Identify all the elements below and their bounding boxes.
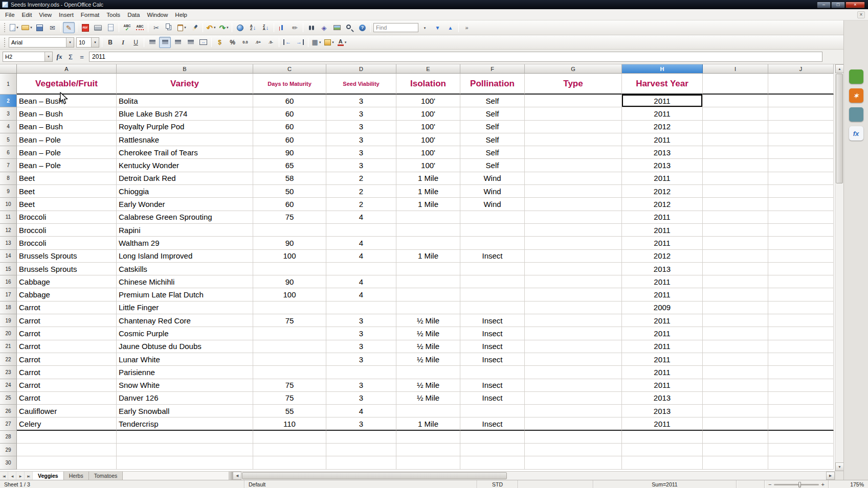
- cell[interactable]: Bean – Pole: [17, 146, 117, 159]
- cell[interactable]: 100: [253, 250, 326, 263]
- scroll-left-icon[interactable]: ◀: [233, 472, 241, 480]
- navigator-icon[interactable]: ◈: [318, 22, 330, 33]
- delete-decimal-icon[interactable]: .0-: [265, 37, 277, 48]
- cell[interactable]: Snow White: [117, 379, 253, 392]
- cell[interactable]: [525, 340, 622, 353]
- cell[interactable]: [768, 417, 834, 430]
- cell[interactable]: 2013: [622, 146, 703, 159]
- help-icon[interactable]: ?: [357, 22, 368, 33]
- cell[interactable]: 3: [326, 107, 396, 120]
- cell[interactable]: Self: [460, 107, 525, 120]
- cell[interactable]: 60: [253, 121, 326, 133]
- cell[interactable]: [396, 444, 460, 456]
- cell[interactable]: [768, 405, 834, 417]
- close-button[interactable]: ×: [845, 2, 865, 8]
- cell[interactable]: [768, 198, 834, 211]
- cell[interactable]: [396, 301, 460, 314]
- cell[interactable]: [525, 405, 622, 417]
- cell[interactable]: [460, 366, 525, 379]
- cell[interactable]: Bolita: [117, 95, 253, 107]
- cell[interactable]: 2012: [622, 121, 703, 133]
- cell[interactable]: [396, 431, 460, 444]
- cell[interactable]: Self: [460, 121, 525, 133]
- cell[interactable]: 58: [253, 172, 326, 185]
- cell[interactable]: Broccoli: [17, 224, 117, 237]
- cell[interactable]: Broccoli: [17, 211, 117, 224]
- cell[interactable]: [703, 405, 768, 417]
- cell[interactable]: [768, 366, 834, 379]
- cell[interactable]: 100': [396, 121, 460, 133]
- sheet-tab-herbs[interactable]: Herbs: [64, 472, 89, 480]
- cell[interactable]: [460, 431, 525, 444]
- cell[interactable]: Detroit Dark Red: [117, 172, 253, 185]
- italic-icon[interactable]: I: [117, 37, 129, 48]
- header-cell[interactable]: Vegetable/Fruit: [17, 74, 117, 95]
- number-currency-icon[interactable]: $: [214, 37, 226, 48]
- header-cell[interactable]: [768, 74, 834, 95]
- cell[interactable]: 3: [326, 417, 396, 430]
- cell[interactable]: 3: [326, 314, 396, 327]
- cell[interactable]: [525, 327, 622, 340]
- scroll-down-icon[interactable]: ▼: [835, 462, 844, 471]
- cell[interactable]: [768, 237, 834, 249]
- cell[interactable]: [525, 250, 622, 263]
- cell[interactable]: Early Snowball: [117, 405, 253, 417]
- row-header-30[interactable]: 30: [0, 456, 17, 469]
- menu-tools[interactable]: Tools: [103, 10, 124, 19]
- hyperlink-icon[interactable]: [234, 22, 246, 33]
- cell[interactable]: [253, 340, 326, 353]
- cell[interactable]: [768, 211, 834, 224]
- find-next-icon[interactable]: ▼: [432, 22, 443, 33]
- row-header-28[interactable]: 28: [0, 431, 17, 444]
- cell[interactable]: Beet: [17, 185, 117, 198]
- cell[interactable]: Self: [460, 159, 525, 172]
- cell[interactable]: Premium Late Flat Dutch: [117, 288, 253, 301]
- cell[interactable]: 2011: [622, 314, 703, 327]
- cell[interactable]: Cauliflower: [17, 405, 117, 417]
- cell[interactable]: [768, 314, 834, 327]
- row-header-21[interactable]: 21: [0, 340, 17, 353]
- equals-icon[interactable]: =: [76, 52, 87, 62]
- cell[interactable]: Broccoli: [17, 237, 117, 249]
- cell[interactable]: [253, 456, 326, 469]
- cell[interactable]: 3: [326, 340, 396, 353]
- cell[interactable]: [703, 444, 768, 456]
- cell[interactable]: [460, 263, 525, 275]
- cell[interactable]: Calabrese Green Sprouting: [117, 211, 253, 224]
- cell[interactable]: [460, 301, 525, 314]
- cell[interactable]: [622, 456, 703, 469]
- column-header-H[interactable]: H: [622, 64, 703, 74]
- cell[interactable]: 4: [326, 250, 396, 263]
- cell[interactable]: 2011: [622, 133, 703, 146]
- cell[interactable]: 2012: [622, 198, 703, 211]
- merge-cells-icon[interactable]: ↔: [197, 37, 209, 48]
- cell[interactable]: [703, 379, 768, 392]
- zoom-icon[interactable]: [344, 22, 355, 33]
- cell[interactable]: Bean – Pole: [17, 133, 117, 146]
- find-replace-icon[interactable]: [305, 22, 317, 33]
- find-input[interactable]: [373, 23, 418, 32]
- cell[interactable]: Cabbage: [17, 275, 117, 288]
- cell[interactable]: 2011: [622, 327, 703, 340]
- cell[interactable]: Carrot: [17, 314, 117, 327]
- row-header-12[interactable]: 12: [0, 224, 17, 237]
- cell[interactable]: [768, 353, 834, 366]
- cell[interactable]: [703, 340, 768, 353]
- vertical-scrollbar-thumb[interactable]: [836, 74, 843, 183]
- show-draw-functions-icon[interactable]: ✏: [289, 22, 301, 33]
- cell[interactable]: [396, 366, 460, 379]
- select-all-corner[interactable]: [0, 64, 17, 74]
- zoom-out-icon[interactable]: −: [768, 482, 771, 487]
- horizontal-scrollbar-thumb[interactable]: [242, 472, 507, 479]
- cell[interactable]: [703, 133, 768, 146]
- add-decimal-icon[interactable]: .0+: [252, 37, 264, 48]
- cell[interactable]: [525, 444, 622, 456]
- status-sum[interactable]: Sum=2011: [593, 480, 737, 488]
- cell[interactable]: [253, 444, 326, 456]
- row-header-17[interactable]: 17: [0, 288, 17, 301]
- row-header-9[interactable]: 9: [0, 185, 17, 198]
- cell[interactable]: 4: [326, 237, 396, 249]
- cell[interactable]: [525, 392, 622, 405]
- cell[interactable]: [768, 146, 834, 159]
- row-header-5[interactable]: 5: [0, 133, 17, 146]
